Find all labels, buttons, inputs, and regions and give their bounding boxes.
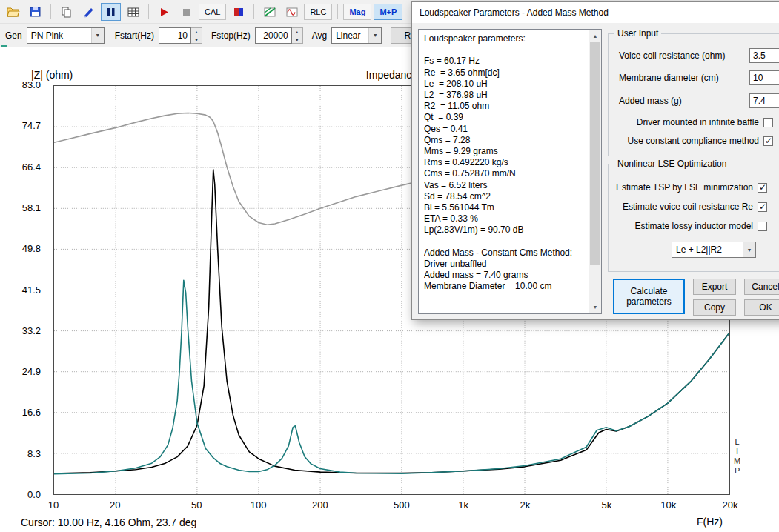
waveform-icon [285,6,299,18]
magnitude-phase-view-button[interactable]: M+P [374,4,402,20]
save-file-button[interactable] [25,3,45,21]
inductor-model-value: Le + L2||R2 [676,245,722,255]
x-tick-label: 5k [584,499,629,511]
pause-icon [105,6,117,18]
cancel-button[interactable]: Cancel [744,279,779,295]
dialog-titlebar[interactable]: Loudspeaker Parameters - Added Mass Meth… [412,2,779,23]
lse-optimization-group: Nonlinear LSE Optimization Estimate TSP … [608,164,779,272]
overlay-curve-button[interactable] [259,3,279,21]
x-tick-label: 100 [236,499,281,511]
y-tick-label: 49.8 [0,243,46,254]
x-tick-label: 10k [646,499,691,511]
parameters-text: Loudspeaker parameters: Fs = 60.17 Hz Re… [424,33,585,310]
membrane-diameter-input[interactable] [749,70,779,85]
x-tick-label: 20 [93,499,137,511]
infinite-baffle-row: Driver mounted in infinite baffle [637,117,773,127]
y-tick-label: 0.0 [0,489,46,500]
fstart-label: Fstart(Hz) [115,30,154,41]
table-view-button[interactable] [123,3,143,21]
ok-button[interactable]: OK [744,299,779,316]
estimate-re-row: Estimate voice coil resistance Re [623,202,767,212]
checkbox-label: Driver mounted in infinite baffle [637,117,759,127]
lse-legend: Nonlinear LSE Optimization [614,159,729,169]
play-icon [158,6,170,18]
open-folder-icon [7,6,20,18]
stop-icon [180,6,193,18]
y-tick-label: 16.6 [0,407,46,418]
calculate-parameters-button[interactable]: Calculate parameters [613,279,685,314]
spin-up-icon: ▴ [292,28,302,36]
added-mass-input[interactable] [749,93,779,108]
lossy-inductor-checkbox[interactable] [758,222,767,231]
copy-button[interactable]: Copy [693,299,736,316]
field-label: Added mass (g) [619,96,682,106]
field-label: Membrane diameter (cm) [619,73,719,83]
calibrate-button[interactable]: CAL [199,4,226,20]
user-input-group: User Input Voice coil resistance (ohm) M… [608,33,779,156]
stop-measurement-button[interactable] [176,3,196,21]
y-tick-label: 74.7 [0,120,46,131]
fstop-field: ▴▾ [255,27,303,44]
voice-coil-resistance-input[interactable] [749,48,779,63]
inductor-model-select[interactable]: Le + L2||R2 ▾ [672,242,756,258]
scrollbar[interactable]: ▲ ▼ [589,30,601,313]
checkbox-label: Use constant compliance method [628,136,759,146]
checkbox-label: Estimate lossy inductor model [635,221,753,231]
y-tick-label: 66.4 [0,162,46,173]
save-floppy-icon [29,6,42,18]
x-axis-title: F(Hz) [697,516,723,528]
x-tick-label: 50 [174,499,219,511]
user-input-legend: User Input [614,28,661,39]
x-tick-label: 20k [708,499,752,511]
open-file-button[interactable] [3,3,23,21]
loudspeaker-parameters-dialog: Loudspeaker Parameters - Added Mass Meth… [411,1,779,320]
copy-button[interactable] [56,3,76,21]
scroll-thumb[interactable] [590,42,600,265]
fstart-input[interactable] [159,27,191,44]
red-blue-flag-icon [232,6,245,18]
averaging-select[interactable]: Linear ▾ [331,27,382,44]
scroll-down-icon[interactable]: ▼ [589,301,601,313]
generator-type-select[interactable]: PN Pink ▾ [27,27,105,44]
chevron-down-icon: ▾ [368,28,381,43]
x-tick-label: 10 [31,499,76,511]
dialog-title: Loudspeaker Parameters - Added Mass Meth… [420,7,609,18]
fstart-spinner[interactable]: ▴▾ [191,27,202,44]
copy-icon [60,6,73,18]
green-diagonal-icon [263,6,276,18]
gen-label: Gen [5,30,22,41]
edit-pen-button[interactable] [79,3,99,21]
estimate-re-checkbox[interactable] [758,202,767,212]
estimate-tsp-checkbox[interactable] [758,183,767,193]
parameters-result-box[interactable]: Loudspeaker parameters: Fs = 60.17 Hz Re… [418,29,602,314]
spin-up-icon: ▴ [191,28,202,36]
fstop-spinner[interactable]: ▴▾ [292,27,303,44]
calibration-flag-button[interactable] [228,3,248,21]
scroll-up-icon[interactable]: ▲ [589,30,601,42]
magnitude-view-button[interactable]: Mag [343,4,371,20]
export-button[interactable]: Export [693,279,736,295]
start-measurement-button[interactable] [154,3,174,21]
constant-compliance-checkbox[interactable] [763,136,773,146]
lse-minimization-row: Estimate TSP by LSE minimization [616,182,767,193]
checkbox-label: Estimate TSP by LSE minimization [616,182,753,193]
y-tick-label: 83.0 [0,79,46,90]
infinite-baffle-checkbox[interactable] [763,118,773,127]
toolbar-separator [148,4,149,19]
y-tick-label: 24.9 [0,366,46,377]
avg-label: Avg [312,30,327,41]
toolbar-separator [337,4,338,19]
chevron-down-icon: ▾ [91,28,104,43]
fstop-input[interactable] [255,27,292,44]
field-label: Voice coil resistance (ohm) [619,50,725,61]
y-tick-label: 58.1 [0,202,46,213]
rlc-button[interactable]: RLC [304,4,332,20]
limp-watermark: L I M P [734,437,740,476]
spin-down-icon: ▾ [191,36,202,44]
pause-button[interactable] [101,3,121,21]
pen-icon [82,6,95,18]
lossy-inductor-row: Estimate lossy inductor model [635,221,767,231]
y-tick-label: 8.3 [0,448,46,459]
signal-waveform-button[interactable] [282,3,302,21]
constant-compliance-row: Use constant compliance method [628,136,773,146]
